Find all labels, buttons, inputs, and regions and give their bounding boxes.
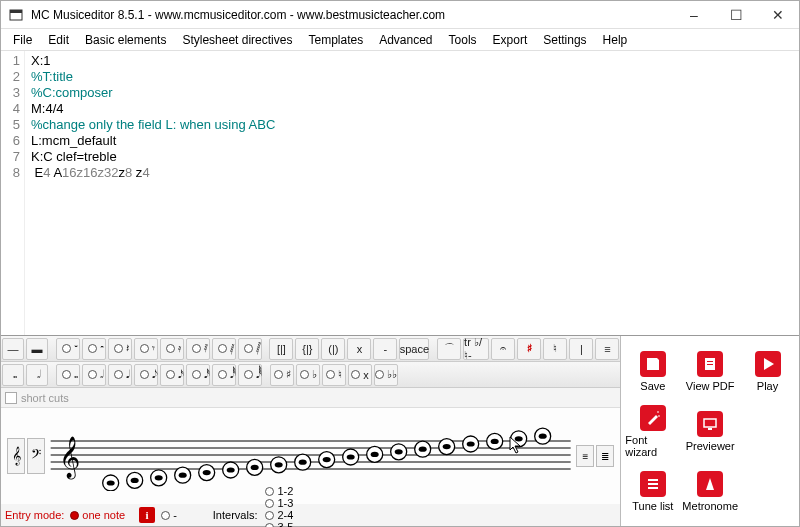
menu-basic-elements[interactable]: Basic elements (77, 31, 174, 49)
shortcuts-checkbox[interactable] (5, 392, 17, 404)
interval-1-3[interactable]: 1-3 (265, 497, 293, 509)
code-line[interactable]: K:C clef=treble (31, 149, 799, 165)
code-area[interactable]: X:1%T:title%C:composerM:4/4%change only … (25, 51, 799, 335)
font-wizard-button[interactable]: Font wizard (625, 402, 680, 460)
menu-edit[interactable]: Edit (40, 31, 77, 49)
ornament-6[interactable]: ≡ (595, 338, 619, 360)
ornament-5[interactable]: | (569, 338, 593, 360)
code-line[interactable]: M:4/4 (31, 101, 799, 117)
staff-note-1[interactable] (127, 472, 143, 488)
staff-note-10[interactable] (343, 449, 359, 465)
ornament-2[interactable]: 𝄐 (491, 338, 515, 360)
note-radio-7[interactable]: 𝅘𝅥𝅲 (238, 364, 262, 386)
staff-note-16[interactable] (487, 433, 503, 449)
bracket-space[interactable]: space (399, 338, 429, 360)
rest-radio-3[interactable]: 𝄾 (134, 338, 158, 360)
accidental-0[interactable]: ♯ (270, 364, 294, 386)
staff-note-5[interactable] (223, 462, 239, 478)
code-line[interactable]: %change only the field L: when using ABC (31, 117, 799, 133)
menu-settings[interactable]: Settings (535, 31, 594, 49)
menu-file[interactable]: File (5, 31, 40, 49)
rest-half-button[interactable]: ▬ (26, 338, 48, 360)
menu-tools[interactable]: Tools (441, 31, 485, 49)
rest-radio-2[interactable]: 𝄽 (108, 338, 132, 360)
note-open-button[interactable]: 𝅝 (2, 364, 24, 386)
note-radio-6[interactable]: 𝅘𝅥𝅱 (212, 364, 236, 386)
ornament-0[interactable]: ⌒ (437, 338, 461, 360)
note-radio-1[interactable]: 𝅗𝅥 (82, 364, 106, 386)
rest-radio-1[interactable]: 𝄼 (82, 338, 106, 360)
maximize-button[interactable]: ☐ (715, 1, 757, 29)
close-button[interactable]: ✕ (757, 1, 799, 29)
play-button[interactable]: Play (740, 342, 795, 400)
staff-display[interactable]: 𝄞 (47, 421, 574, 491)
interval-1-2[interactable]: 1-2 (265, 485, 293, 497)
code-line[interactable]: %C:composer (31, 85, 799, 101)
staff-note-15[interactable] (463, 436, 479, 452)
staff-note-9[interactable] (319, 452, 335, 468)
staff-note-3[interactable] (175, 467, 191, 483)
bracket-[interactable]: {|} (295, 338, 319, 360)
staff-note-17[interactable] (511, 431, 527, 447)
accidental-4[interactable]: ♭♭ (374, 364, 398, 386)
note-half-button[interactable]: 𝅗𝅥 (26, 364, 48, 386)
entry-dash-option[interactable]: - (161, 509, 177, 521)
staff-note-2[interactable] (151, 470, 167, 486)
code-editor[interactable]: 12345678 X:1%T:title%C:composerM:4/4%cha… (1, 51, 799, 335)
menu-templates[interactable]: Templates (300, 31, 371, 49)
interval-3-5[interactable]: 3-5 (265, 521, 293, 527)
bracket-[interactable]: (|) (321, 338, 345, 360)
tune-list-button[interactable]: Tune list (625, 462, 680, 520)
entry-mode-one-note[interactable]: one note (70, 509, 125, 521)
view-pdf-button[interactable]: View PDF (682, 342, 738, 400)
note-radio-3[interactable]: 𝅘𝅥𝅮 (134, 364, 158, 386)
staff-note-13[interactable] (415, 441, 431, 457)
code-line[interactable]: %T:title (31, 69, 799, 85)
bracket-[interactable]: - (373, 338, 397, 360)
code-line[interactable]: L:mcm_default (31, 133, 799, 149)
bracket-x[interactable]: x (347, 338, 371, 360)
note-radio-4[interactable]: 𝅘𝅥𝅯 (160, 364, 184, 386)
accidental-1[interactable]: ♭ (296, 364, 320, 386)
staff-note-18[interactable] (535, 428, 551, 444)
rest-radio-6[interactable]: 𝅁 (212, 338, 236, 360)
menu-export[interactable]: Export (485, 31, 536, 49)
staff-view-button-1[interactable]: ≡ (576, 445, 594, 467)
rest-whole-button[interactable]: — (2, 338, 24, 360)
note-radio-5[interactable]: 𝅘𝅥𝅰 (186, 364, 210, 386)
menu-stylesheet-directives[interactable]: Stylesheet directives (174, 31, 300, 49)
ornament-3[interactable]: ♯ (517, 338, 541, 360)
staff-note-0[interactable] (103, 475, 119, 491)
info-icon[interactable]: i (139, 507, 155, 523)
metronome-button[interactable]: Metronome (682, 462, 738, 520)
staff-note-4[interactable] (199, 465, 215, 481)
staff-note-7[interactable] (271, 457, 287, 473)
staff-note-14[interactable] (439, 439, 455, 455)
treble-clef-button[interactable]: 𝄞 (7, 438, 25, 474)
previewer-button[interactable]: Previewer (682, 402, 738, 460)
staff-note-6[interactable] (247, 459, 263, 475)
accidental-3[interactable]: x (348, 364, 372, 386)
accidental-2[interactable]: ♮ (322, 364, 346, 386)
code-line[interactable]: E4 A16z16z32z8 z4 (31, 165, 799, 181)
rest-radio-4[interactable]: 𝄿 (160, 338, 184, 360)
bracket-[interactable]: [|] (269, 338, 293, 360)
interval-2-4[interactable]: 2-4 (265, 509, 293, 521)
menu-advanced[interactable]: Advanced (371, 31, 440, 49)
menu-help[interactable]: Help (595, 31, 636, 49)
staff-note-12[interactable] (391, 444, 407, 460)
rest-radio-7[interactable]: 𝅂 (238, 338, 262, 360)
ornament-4[interactable]: ♮ (543, 338, 567, 360)
staff-note-8[interactable] (295, 454, 311, 470)
rest-radio-0[interactable]: 𝄻 (56, 338, 80, 360)
code-line[interactable]: X:1 (31, 53, 799, 69)
note-radio-0[interactable]: 𝅝 (56, 364, 80, 386)
note-radio-2[interactable]: 𝅘𝅥 (108, 364, 132, 386)
save-button[interactable]: Save (625, 342, 680, 400)
staff-note-11[interactable] (367, 446, 383, 462)
rest-radio-5[interactable]: 𝅀 (186, 338, 210, 360)
ornament-1[interactable]: tr ♭/♮- (463, 338, 489, 360)
minimize-button[interactable]: – (673, 1, 715, 29)
bass-clef-button[interactable]: 𝄢 (27, 438, 45, 474)
staff-view-button-2[interactable]: ≣ (596, 445, 614, 467)
